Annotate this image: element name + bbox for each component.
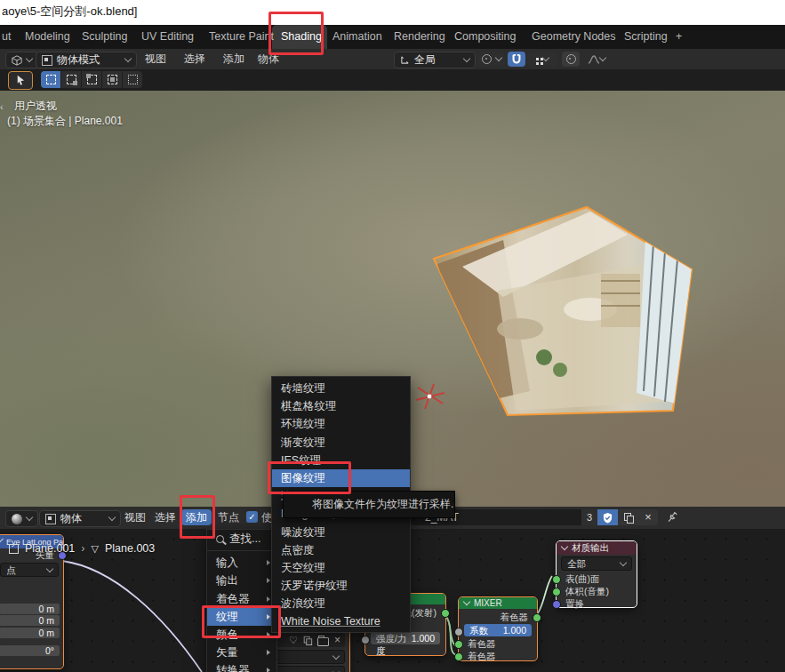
breadcrumb-data[interactable]: Plane.003 bbox=[105, 542, 155, 555]
mapping-rot-x[interactable]: 0° bbox=[0, 645, 60, 656]
menu-environment-texture[interactable]: 环境纹理 bbox=[272, 415, 410, 433]
shader-type-dropdown[interactable]: 物体 bbox=[39, 510, 121, 527]
breadcrumb: Plane.001 › ▽ Plane.003 bbox=[9, 542, 155, 555]
mapping-loc-x[interactable]: 0 m bbox=[0, 604, 60, 614]
render-plane[interactable] bbox=[416, 207, 692, 415]
submenu-arrow-icon bbox=[267, 578, 270, 583]
mapping-type-dropdown[interactable]: 点 bbox=[0, 563, 59, 577]
shader-editor-type-button[interactable] bbox=[5, 510, 38, 527]
shader-menu-select[interactable]: 选择 bbox=[155, 508, 176, 528]
output-node-header[interactable]: 材质输出 bbox=[557, 541, 637, 555]
menu-checker-texture[interactable]: 棋盘格纹理 bbox=[272, 397, 410, 415]
select-invert-icon bbox=[108, 75, 117, 84]
select-extend-icon bbox=[67, 75, 76, 84]
breadcrumb-separator: › bbox=[81, 542, 84, 555]
use-nodes-checkbox[interactable]: ✓ bbox=[246, 511, 258, 523]
volume-input-socket[interactable] bbox=[552, 588, 561, 596]
add-menu-input[interactable]: 输入 bbox=[207, 554, 276, 572]
unlink-material-button[interactable]: × bbox=[638, 509, 658, 525]
select-mode-intersect[interactable] bbox=[123, 71, 142, 88]
shader-input2-socket[interactable] bbox=[454, 652, 463, 661]
emission-output-socket[interactable] bbox=[441, 609, 450, 618]
menu-noise-texture[interactable]: 噪波纹理 bbox=[272, 524, 410, 541]
menu-voronoi-texture[interactable]: 沃罗诺伊纹理 bbox=[272, 577, 410, 595]
copy-image-icon[interactable] bbox=[304, 636, 312, 644]
tab-animation[interactable]: Animation bbox=[332, 25, 382, 49]
tab-add-workspace[interactable]: + bbox=[676, 25, 682, 49]
unlink-image-icon[interactable]: × bbox=[334, 634, 340, 646]
snap-target-button[interactable] bbox=[527, 52, 557, 67]
mixer-fac-slider[interactable]: 系数1.000 bbox=[464, 624, 532, 636]
object-mode-dropdown[interactable]: 物体模式 bbox=[36, 52, 137, 68]
select-mode-extend[interactable] bbox=[61, 71, 81, 88]
mapping-loc-z[interactable]: 0 m bbox=[0, 628, 60, 638]
mapping-loc-y[interactable]: 0 m bbox=[0, 615, 60, 626]
menu-brick-texture[interactable]: 砖墙纹理 bbox=[272, 380, 410, 397]
menu-point-density[interactable]: 点密度 bbox=[272, 541, 410, 559]
strength-input-socket[interactable] bbox=[361, 636, 370, 644]
breadcrumb-object[interactable]: Plane.001 bbox=[25, 542, 75, 555]
menu-select[interactable]: 选择 bbox=[184, 49, 205, 69]
mixer-node-header[interactable]: MIXER bbox=[459, 597, 537, 609]
annotation-box-image-texture bbox=[268, 461, 351, 494]
select-subtract-icon bbox=[87, 75, 97, 84]
pin-button[interactable] bbox=[665, 510, 679, 527]
tab-texture-paint[interactable]: Texture Paint bbox=[209, 25, 274, 49]
snap-toggle-button[interactable] bbox=[508, 52, 525, 67]
select-mode-invert[interactable] bbox=[102, 71, 122, 88]
mixer-node-title: MIXER bbox=[474, 598, 502, 608]
chevron-down-icon bbox=[332, 668, 340, 672]
annotation-box-add-menu bbox=[180, 495, 215, 539]
material-users-count[interactable]: 3 bbox=[581, 509, 597, 525]
add-menu-vector[interactable]: 矢量 bbox=[207, 644, 276, 661]
tab-sculpting[interactable]: Sculpting bbox=[82, 25, 127, 49]
search-icon bbox=[216, 535, 224, 543]
tab-scripting[interactable]: Scripting bbox=[624, 25, 668, 49]
fake-user-shield-button[interactable] bbox=[597, 509, 618, 525]
menu-gradient-texture[interactable]: 渐变纹理 bbox=[272, 434, 410, 452]
transform-orientation-dropdown[interactable]: 全局 bbox=[394, 52, 476, 68]
fake-user-heart-icon[interactable]: ♡ bbox=[289, 635, 298, 646]
active-tool-select-box[interactable] bbox=[8, 71, 33, 90]
add-menu-converter[interactable]: 转换器 bbox=[207, 661, 276, 672]
fac-input-socket[interactable] bbox=[454, 628, 463, 636]
displacement-input-socket[interactable] bbox=[552, 600, 561, 609]
select-mode-new[interactable] bbox=[41, 71, 60, 88]
shader-output-socket[interactable] bbox=[533, 613, 541, 622]
node-material-output[interactable]: 材质输出 全部 表(曲)面 体积(音量) 置换 bbox=[556, 540, 637, 608]
new-material-button[interactable] bbox=[618, 509, 638, 525]
menu-white-noise-texture[interactable]: White Noise Texture bbox=[272, 612, 410, 630]
shader-menu-node[interactable]: 节点 bbox=[218, 508, 239, 528]
tab-geometry-nodes[interactable]: Geometry Nodes bbox=[532, 25, 615, 49]
surface-input-socket[interactable] bbox=[552, 575, 561, 584]
menu-wave-texture[interactable]: 波浪纹理 bbox=[272, 595, 410, 612]
menu-add[interactable]: 添加 bbox=[223, 49, 244, 69]
tab-rendering[interactable]: Rendering bbox=[394, 25, 445, 49]
add-menu-search[interactable]: 查找... bbox=[207, 530, 276, 548]
node-mix-shader[interactable]: MIXER 着色器 系数1.000 着色器 着色器 bbox=[458, 596, 538, 661]
tab-layout-cut[interactable]: ut bbox=[2, 25, 11, 49]
shader-menu-view[interactable]: 视图 bbox=[124, 508, 146, 528]
pivot-point-button[interactable] bbox=[478, 52, 505, 67]
falloff-curve-button[interactable] bbox=[581, 52, 612, 67]
open-image-folder-icon[interactable] bbox=[317, 637, 329, 646]
select-mode-group bbox=[41, 71, 142, 88]
chevron-down-icon bbox=[620, 559, 627, 566]
proportional-edit-button[interactable] bbox=[562, 52, 580, 67]
shader-input1-socket[interactable] bbox=[454, 640, 463, 649]
menu-view[interactable]: 视图 bbox=[145, 49, 166, 69]
submenu-arrow-icon bbox=[267, 668, 270, 672]
emission-strength-slider[interactable]: 强度/力度1.000 bbox=[371, 632, 440, 644]
volume-input-row: 体积(音量) bbox=[557, 585, 637, 597]
add-menu-output[interactable]: 输出 bbox=[207, 572, 276, 589]
select-mode-subtract[interactable] bbox=[82, 71, 101, 88]
menu-sky-texture[interactable]: 天空纹理 bbox=[272, 559, 410, 577]
tab-uv-editing[interactable]: UV Editing bbox=[141, 25, 194, 49]
output-node-title: 材质输出 bbox=[572, 542, 609, 555]
editor-type-button[interactable] bbox=[5, 52, 38, 68]
output-target-dropdown[interactable]: 全部 bbox=[561, 556, 632, 571]
tab-compositing[interactable]: Compositing bbox=[454, 25, 516, 49]
submenu-arrow-icon bbox=[267, 596, 270, 602]
tab-modeling[interactable]: Modeling bbox=[25, 25, 70, 49]
empty-gizmo[interactable] bbox=[416, 384, 445, 409]
